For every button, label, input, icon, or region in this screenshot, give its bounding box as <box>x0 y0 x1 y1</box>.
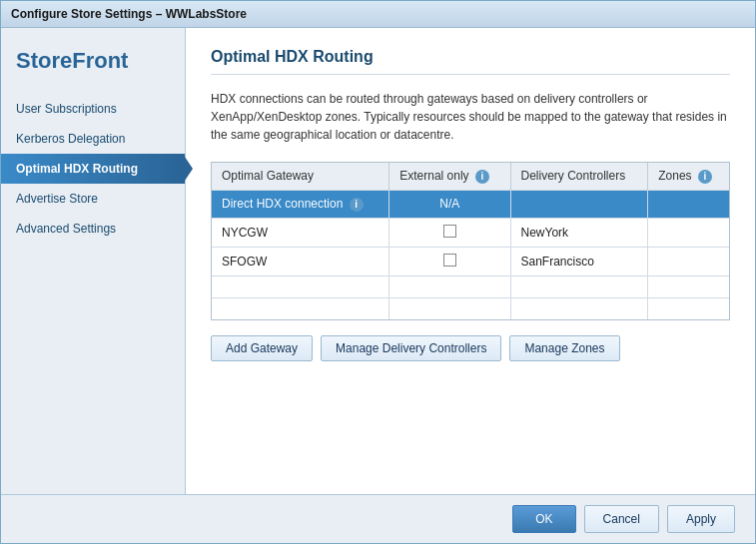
cell-gateway: NYCGW <box>212 218 389 247</box>
cell-delivery-controllers: SanFrancisco <box>510 247 648 275</box>
table-header-row: Optimal Gateway External only i Delivery… <box>212 163 729 190</box>
page-title: Optimal HDX Routing <box>211 48 730 75</box>
content-area: StoreFront User Subscriptions Kerberos D… <box>1 28 755 494</box>
apply-button[interactable]: Apply <box>667 505 735 533</box>
zones-info-icon[interactable]: i <box>698 170 712 184</box>
manage-delivery-controllers-button[interactable]: Manage Delivery Controllers <box>321 335 501 361</box>
col-header-delivery-controllers: Delivery Controllers <box>510 163 648 190</box>
window: Configure Store Settings – WWLabsStore S… <box>0 0 756 544</box>
col-header-gateway: Optimal Gateway <box>212 163 389 190</box>
cancel-button[interactable]: Cancel <box>584 505 659 533</box>
bottom-bar: OK Cancel Apply <box>1 494 755 543</box>
cell-external-only[interactable] <box>389 218 510 247</box>
cell-external-only[interactable] <box>389 247 510 275</box>
routing-table: Optimal Gateway External only i Delivery… <box>212 163 729 319</box>
table-row-empty <box>212 275 729 297</box>
table-action-buttons: Add Gateway Manage Delivery Controllers … <box>211 335 730 361</box>
table-row[interactable]: NYCGW NewYork <box>212 218 729 247</box>
cell-zones <box>648 218 729 247</box>
col-header-zones: Zones i <box>648 163 729 190</box>
external-only-info-icon[interactable]: i <box>475 170 489 184</box>
cell-delivery-controllers: NewYork <box>510 218 648 247</box>
cell-zones <box>648 247 729 275</box>
cell-zones <box>648 190 729 218</box>
sidebar-logo: StoreFront <box>1 38 185 94</box>
sidebar-item-kerberos-delegation[interactable]: Kerberos Delegation <box>1 124 185 154</box>
add-gateway-button[interactable]: Add Gateway <box>211 335 313 361</box>
col-header-external-only: External only i <box>389 163 510 190</box>
sidebar-item-optimal-hdx-routing[interactable]: Optimal HDX Routing <box>1 154 185 184</box>
cell-external-only: N/A <box>389 190 510 218</box>
external-only-checkbox[interactable] <box>443 254 456 267</box>
cell-delivery-controllers <box>510 190 648 218</box>
ok-button[interactable]: OK <box>512 505 575 533</box>
cell-gateway: SFOGW <box>212 247 389 275</box>
sidebar-item-user-subscriptions[interactable]: User Subscriptions <box>1 94 185 124</box>
table-row[interactable]: Direct HDX connection i N/A <box>212 190 729 218</box>
sidebar-item-advanced-settings[interactable]: Advanced Settings <box>1 214 185 244</box>
sidebar-item-advertise-store[interactable]: Advertise Store <box>1 184 185 214</box>
table-row[interactable]: SFOGW SanFrancisco <box>212 247 729 275</box>
table-row-empty <box>212 297 729 319</box>
sidebar: StoreFront User Subscriptions Kerberos D… <box>1 28 186 494</box>
routing-table-container: Optimal Gateway External only i Delivery… <box>211 162 730 320</box>
cell-gateway: Direct HDX connection i <box>212 190 389 218</box>
title-bar: Configure Store Settings – WWLabsStore <box>1 1 755 28</box>
external-only-checkbox[interactable] <box>443 225 456 238</box>
description: HDX connections can be routed through ga… <box>211 90 730 144</box>
direct-hdx-info-icon[interactable]: i <box>350 198 364 212</box>
main-panel: Optimal HDX Routing HDX connections can … <box>186 28 755 494</box>
window-title: Configure Store Settings – WWLabsStore <box>11 7 247 21</box>
manage-zones-button[interactable]: Manage Zones <box>509 335 619 361</box>
